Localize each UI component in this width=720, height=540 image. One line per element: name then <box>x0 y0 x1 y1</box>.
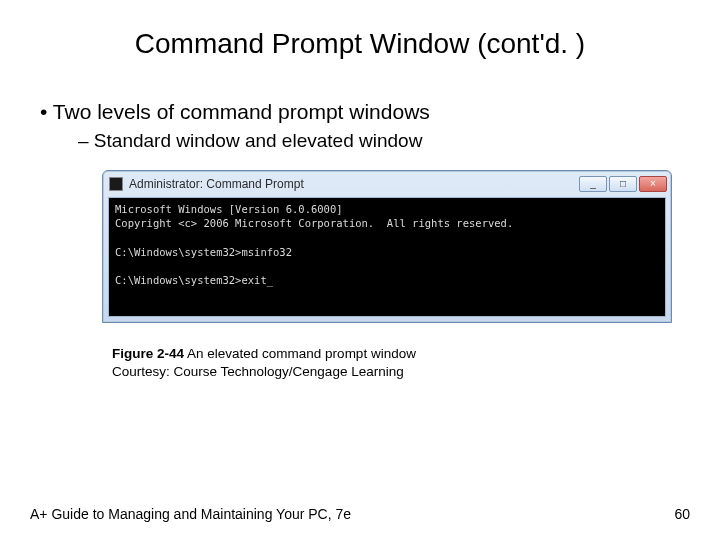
console-line: Copyright <c> 2006 Microsoft Corporation… <box>115 217 513 229</box>
footer-left: A+ Guide to Managing and Maintaining You… <box>30 506 351 522</box>
close-button[interactable]: × <box>639 176 667 192</box>
minimize-button[interactable]: _ <box>579 176 607 192</box>
slide-body: Two levels of command prompt windows Sta… <box>0 80 720 381</box>
bullet-level-2: Standard window and elevated window <box>78 130 690 152</box>
figure-text: An elevated command prompt window <box>184 346 416 361</box>
console-frame: Microsoft Windows [Version 6.0.6000] Cop… <box>108 197 666 317</box>
command-prompt-window: Administrator: Command Prompt _ □ × Micr… <box>102 170 672 323</box>
figure-label: Figure 2-44 <box>112 346 184 361</box>
console-line: C:\Windows\system32>exit_ <box>115 274 273 286</box>
maximize-button[interactable]: □ <box>609 176 637 192</box>
slide-footer: A+ Guide to Managing and Maintaining You… <box>30 506 690 522</box>
window-title-text: Administrator: Command Prompt <box>129 177 577 191</box>
window-titlebar: Administrator: Command Prompt _ □ × <box>103 171 671 197</box>
figure-caption: Figure 2-44 An elevated command prompt w… <box>112 345 572 381</box>
console-output[interactable]: Microsoft Windows [Version 6.0.6000] Cop… <box>109 198 665 316</box>
page-number: 60 <box>674 506 690 522</box>
bullet-level-1: Two levels of command prompt windows <box>40 100 690 124</box>
slide-title: Command Prompt Window (cont'd. ) <box>0 0 720 80</box>
console-line: Microsoft Windows [Version 6.0.6000] <box>115 203 343 215</box>
console-line: C:\Windows\system32>msinfo32 <box>115 246 292 258</box>
figure-courtesy: Courtesy: Course Technology/Cengage Lear… <box>112 363 572 381</box>
cmd-icon <box>109 177 123 191</box>
window-buttons: _ □ × <box>577 176 667 192</box>
